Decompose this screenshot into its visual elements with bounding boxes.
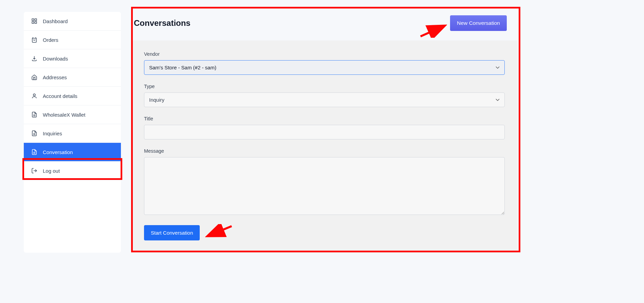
sidebar-item-wholesalex-wallet[interactable]: WholesaleX Wallet: [24, 105, 121, 124]
sidebar-item-label: WholesaleX Wallet: [43, 112, 85, 118]
sidebar-item-label: Dashboard: [43, 18, 68, 24]
start-conversation-button[interactable]: Start Conversation: [144, 225, 200, 240]
sidebar-item-label: Inquiries: [43, 131, 62, 136]
home-icon: [31, 74, 37, 80]
bag-icon: [31, 37, 37, 43]
sidebar-item-label: Account details: [43, 93, 77, 99]
sidebar-item-inquiries[interactable]: Inquiries: [24, 124, 121, 143]
sidebar-item-dashboard[interactable]: Dashboard: [24, 12, 121, 31]
file-icon: [31, 130, 37, 136]
sidebar-item-label: Conversation: [43, 149, 73, 155]
title-input[interactable]: [144, 125, 505, 139]
sidebar-item-label: Log out: [43, 168, 60, 174]
sidebar-item-account-details[interactable]: Account details: [24, 87, 121, 105]
vendor-label: Vendor: [144, 51, 505, 57]
new-conversation-button[interactable]: New Conversation: [450, 15, 507, 31]
sidebar-item-logout[interactable]: Log out: [24, 162, 121, 180]
file-icon: [31, 112, 37, 118]
sidebar-item-orders[interactable]: Orders: [24, 31, 121, 49]
user-icon: [31, 93, 37, 99]
grid-icon: [31, 18, 37, 24]
svg-rect-0: [32, 19, 34, 20]
sidebar-item-label: Orders: [43, 37, 58, 43]
file-icon: [31, 149, 37, 155]
sidebar-item-addresses[interactable]: Addresses: [24, 68, 121, 87]
sidebar: Dashboard Orders Downloads Addresses Acc…: [24, 12, 121, 253]
main-panel: Conversations New Conversation Vendor Sa…: [131, 12, 644, 253]
title-label: Title: [144, 116, 505, 121]
sidebar-item-conversation[interactable]: Conversation: [24, 143, 121, 162]
logout-icon: [31, 168, 37, 174]
svg-rect-2: [32, 22, 34, 23]
svg-rect-3: [35, 22, 37, 23]
svg-rect-1: [35, 19, 37, 20]
message-label: Message: [144, 148, 505, 154]
type-label: Type: [144, 84, 505, 89]
message-textarea[interactable]: [144, 157, 505, 215]
type-select[interactable]: Inquiry: [144, 92, 505, 107]
conversation-form: Vendor Sam's Store - Sam (#2 - sam) Type…: [131, 40, 518, 253]
vendor-select[interactable]: Sam's Store - Sam (#2 - sam): [144, 60, 505, 75]
page-title: Conversations: [134, 18, 191, 28]
sidebar-item-downloads[interactable]: Downloads: [24, 49, 121, 68]
sidebar-item-label: Addresses: [43, 74, 67, 80]
download-icon: [31, 55, 37, 62]
svg-point-4: [33, 94, 35, 96]
sidebar-item-label: Downloads: [43, 56, 68, 62]
